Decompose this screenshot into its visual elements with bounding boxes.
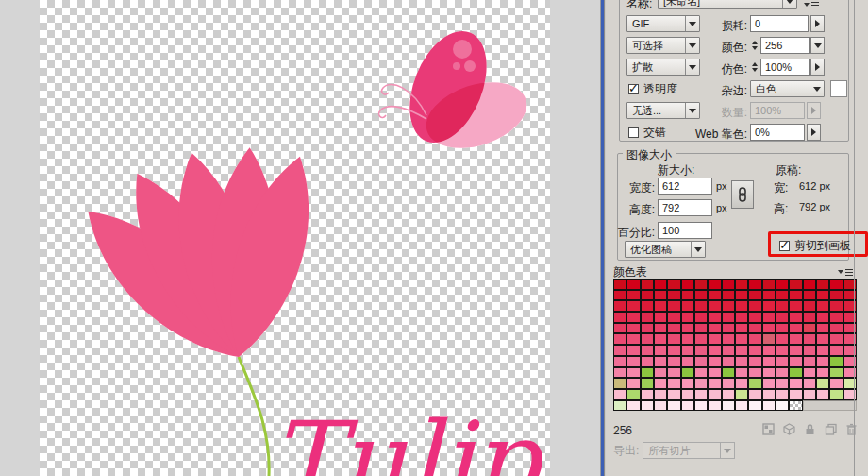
color-swatch[interactable] xyxy=(708,378,721,389)
color-swatch[interactable] xyxy=(613,400,626,412)
color-swatch[interactable] xyxy=(626,300,640,312)
color-swatch[interactable] xyxy=(708,300,721,312)
color-swatch[interactable] xyxy=(789,400,802,412)
color-swatch[interactable] xyxy=(654,300,667,312)
color-swatch[interactable] xyxy=(735,312,748,323)
color-swatch[interactable] xyxy=(641,400,654,412)
color-swatch[interactable] xyxy=(626,312,640,323)
color-swatch[interactable] xyxy=(789,300,802,312)
color-swatch[interactable] xyxy=(641,290,654,301)
color-swatch[interactable] xyxy=(735,323,748,334)
color-swatch[interactable] xyxy=(776,279,789,290)
color-swatch[interactable] xyxy=(722,279,735,290)
color-swatch[interactable] xyxy=(748,378,761,389)
color-swatch[interactable] xyxy=(708,400,721,412)
color-swatch[interactable] xyxy=(613,290,626,301)
snap-to-web-icon[interactable] xyxy=(762,423,775,435)
color-swatch[interactable] xyxy=(748,279,761,290)
color-swatch[interactable] xyxy=(829,356,843,367)
matte-color-swatch[interactable] xyxy=(830,80,847,97)
color-swatch[interactable] xyxy=(708,312,721,323)
lossy-field[interactable]: 0 xyxy=(750,15,809,32)
color-swatch[interactable] xyxy=(694,400,708,412)
websnap-slider-button[interactable] xyxy=(807,124,821,141)
preview-canvas[interactable]: Tulips xyxy=(0,0,602,476)
color-swatch[interactable] xyxy=(613,367,626,379)
color-swatch[interactable] xyxy=(816,356,829,367)
color-swatch[interactable] xyxy=(613,300,626,312)
color-swatch[interactable] xyxy=(816,345,829,356)
colors-stepper[interactable] xyxy=(749,37,760,54)
color-swatch[interactable] xyxy=(829,323,843,334)
color-swatch[interactable] xyxy=(667,400,680,412)
color-swatch[interactable] xyxy=(681,333,694,345)
color-swatch[interactable] xyxy=(641,356,654,367)
color-swatch[interactable] xyxy=(654,333,667,345)
color-swatch[interactable] xyxy=(722,323,735,334)
color-swatch[interactable] xyxy=(762,279,776,290)
percent-field[interactable]: 100 xyxy=(658,222,712,239)
color-swatch[interactable] xyxy=(776,300,789,312)
color-table-menu-icon[interactable] xyxy=(838,267,853,277)
color-swatch[interactable] xyxy=(816,333,829,345)
matte-dropdown[interactable]: 白色 xyxy=(750,80,825,97)
color-swatch[interactable] xyxy=(748,300,761,312)
color-swatch[interactable] xyxy=(762,333,776,345)
clip-to-artboard-checkbox[interactable]: 剪切到画板 xyxy=(779,238,851,254)
color-swatch[interactable] xyxy=(681,290,694,301)
map-transparency-icon[interactable] xyxy=(783,423,795,435)
color-swatch[interactable] xyxy=(694,300,708,312)
color-swatch[interactable] xyxy=(816,290,829,301)
color-swatch[interactable] xyxy=(762,400,776,412)
color-swatch[interactable] xyxy=(762,345,776,356)
dither-stepper[interactable] xyxy=(749,59,760,76)
color-swatch[interactable] xyxy=(735,345,748,356)
color-swatch[interactable] xyxy=(613,356,626,367)
color-swatch[interactable] xyxy=(735,356,748,367)
color-swatch[interactable] xyxy=(667,323,680,334)
lossy-slider-button[interactable] xyxy=(810,15,825,32)
color-swatch[interactable] xyxy=(803,323,816,334)
trash-icon[interactable] xyxy=(845,423,858,435)
height-field[interactable]: 792 xyxy=(658,199,712,216)
color-swatch[interactable] xyxy=(694,333,708,345)
color-swatch[interactable] xyxy=(694,389,708,400)
color-swatch[interactable] xyxy=(654,378,667,389)
color-swatch[interactable] xyxy=(762,312,776,323)
color-swatch[interactable] xyxy=(694,345,708,356)
color-swatch[interactable] xyxy=(776,333,789,345)
color-swatch[interactable] xyxy=(762,323,776,334)
color-swatch[interactable] xyxy=(762,356,776,367)
color-swatch[interactable] xyxy=(681,323,694,334)
color-swatch[interactable] xyxy=(681,378,694,389)
color-swatch[interactable] xyxy=(776,290,789,301)
color-swatch[interactable] xyxy=(708,389,721,400)
color-swatch[interactable] xyxy=(776,367,789,379)
color-swatch[interactable] xyxy=(681,312,694,323)
color-swatch[interactable] xyxy=(641,323,654,334)
color-swatch[interactable] xyxy=(803,389,816,400)
color-swatch[interactable] xyxy=(708,323,721,334)
color-swatch[interactable] xyxy=(641,279,654,290)
color-swatch[interactable] xyxy=(626,400,640,412)
color-swatch[interactable] xyxy=(735,389,748,400)
color-swatch[interactable] xyxy=(816,312,829,323)
color-swatch[interactable] xyxy=(803,345,816,356)
color-swatch[interactable] xyxy=(748,367,761,379)
color-swatch[interactable] xyxy=(641,312,654,323)
color-swatch[interactable] xyxy=(626,345,640,356)
color-swatch[interactable] xyxy=(776,378,789,389)
color-swatch[interactable] xyxy=(735,378,748,389)
color-swatch[interactable] xyxy=(722,356,735,367)
color-swatch[interactable] xyxy=(816,323,829,334)
color-swatch[interactable] xyxy=(748,389,761,400)
color-swatch[interactable] xyxy=(654,279,667,290)
color-swatch[interactable] xyxy=(789,279,802,290)
new-color-icon[interactable] xyxy=(825,423,837,435)
color-swatch[interactable] xyxy=(694,323,708,334)
color-swatch[interactable] xyxy=(748,356,761,367)
color-swatch[interactable] xyxy=(789,389,802,400)
color-swatch[interactable] xyxy=(776,389,789,400)
preset-name-dropdown[interactable]: [未命名] xyxy=(658,0,797,9)
color-swatch[interactable] xyxy=(748,323,761,334)
